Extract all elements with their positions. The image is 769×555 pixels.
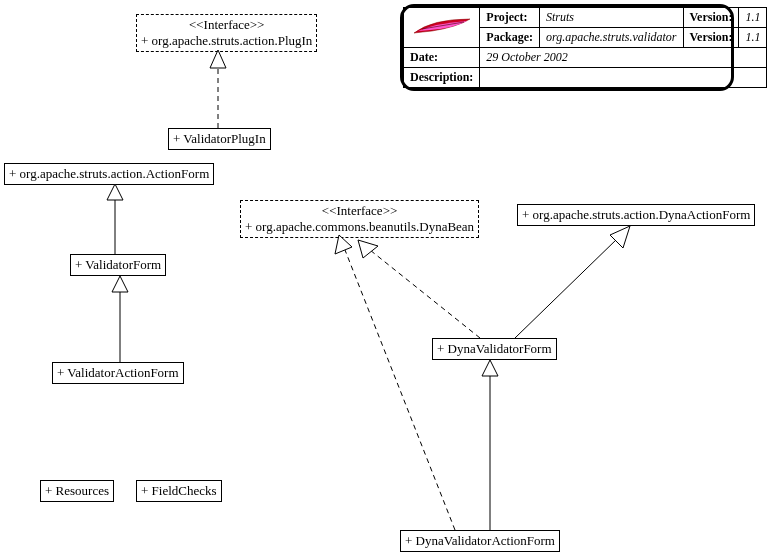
pkg-version-value: 1.1 xyxy=(739,28,767,48)
class-name: + org.apache.struts.action.PlugIn xyxy=(141,33,312,48)
class-validator-form: + ValidatorForm xyxy=(70,254,166,276)
class-plugin-interface: <<Interface>> + org.apache.struts.action… xyxy=(136,14,317,52)
feather-logo-icon xyxy=(412,17,472,35)
class-name: + ValidatorForm xyxy=(75,257,161,272)
class-dyna-action-form: + org.apache.struts.action.DynaActionFor… xyxy=(517,204,755,226)
class-name: + org.apache.struts.action.DynaActionFor… xyxy=(522,207,750,222)
svg-marker-11 xyxy=(482,360,498,376)
class-resources: + Resources xyxy=(40,480,114,502)
svg-line-8 xyxy=(515,238,618,338)
class-field-checks: + FieldChecks xyxy=(136,480,222,502)
class-validator-plugin: + ValidatorPlugIn xyxy=(168,128,271,150)
class-name: + DynaValidatorActionForm xyxy=(405,533,555,548)
class-name: + Resources xyxy=(45,483,109,498)
svg-line-6 xyxy=(370,250,480,338)
class-name: + DynaValidatorForm xyxy=(437,341,552,356)
class-validator-action-form: + ValidatorActionForm xyxy=(52,362,184,384)
package-value: org.apache.struts.validator xyxy=(539,28,683,48)
svg-line-12 xyxy=(345,250,455,530)
class-name: + FieldChecks xyxy=(141,483,217,498)
svg-marker-9 xyxy=(610,226,630,248)
stereotype: <<Interface>> xyxy=(245,203,474,219)
description-value xyxy=(480,68,767,88)
svg-marker-3 xyxy=(107,184,123,200)
date-value: 29 October 2002 xyxy=(480,48,767,68)
version-value: 1.1 xyxy=(739,8,767,28)
svg-marker-1 xyxy=(210,50,226,68)
class-name: + org.apache.commons.beanutils.DynaBean xyxy=(245,219,474,234)
package-label: Package: xyxy=(480,28,540,48)
description-label: Description: xyxy=(404,68,480,88)
class-dynabean-interface: <<Interface>> + org.apache.commons.beanu… xyxy=(240,200,479,238)
date-label: Date: xyxy=(404,48,480,68)
svg-marker-7 xyxy=(358,240,378,258)
class-name: + org.apache.struts.action.ActionForm xyxy=(9,166,209,181)
class-name: + ValidatorPlugIn xyxy=(173,131,266,146)
class-name: + ValidatorActionForm xyxy=(57,365,179,380)
info-panel: Project: Struts Version: 1.1 Package: or… xyxy=(400,4,734,91)
class-action-form: + org.apache.struts.action.ActionForm xyxy=(4,163,214,185)
svg-marker-5 xyxy=(112,276,128,292)
pkg-version-label: Version: xyxy=(683,28,739,48)
version-label: Version: xyxy=(683,8,739,28)
class-dyna-validator-form: + DynaValidatorForm xyxy=(432,338,557,360)
project-label: Project: xyxy=(480,8,540,28)
stereotype: <<Interface>> xyxy=(141,17,312,33)
project-value: Struts xyxy=(539,8,683,28)
class-dyna-validator-action-form: + DynaValidatorActionForm xyxy=(400,530,560,552)
